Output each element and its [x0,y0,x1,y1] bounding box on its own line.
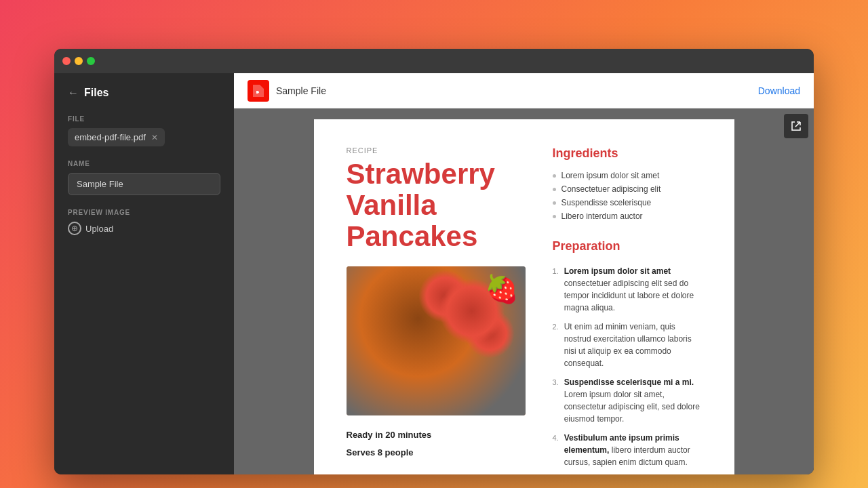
upload-icon: ⊕ [68,222,81,235]
file-section-label: FILE [68,115,220,123]
recipe-title-line1: Strawberry [347,158,495,190]
pdf-page: RECIPE Strawberry Vanilla Pancakes Ready… [314,119,734,474]
list-item: 1. Lorem ipsum dolor sit amet consectetu… [553,262,702,317]
preparation-list: 1. Lorem ipsum dolor sit amet consectetu… [553,262,702,474]
name-input[interactable] [68,173,220,195]
list-item: Suspendisse scelerisque [553,196,702,209]
recipe-image [347,266,526,415]
file-chip-remove[interactable]: ✕ [151,133,158,142]
recipe-title-line3: Pancakes [347,220,478,252]
upload-button[interactable]: ⊕ Upload [68,222,113,235]
ingredients-title: Ingredients [553,146,702,161]
sidebar: ← Files FILE embed-pdf-file.pdf ✕ NAME P… [54,73,234,474]
close-dot[interactable] [62,57,71,65]
ready-label: Ready in [347,430,383,440]
list-item: Consectetuer adipiscing elit [553,182,702,196]
list-item: 5. Phasellus vehicula nonummy nunc. Lore… [553,472,702,474]
list-item: Libero interdum auctor [553,209,702,223]
sidebar-title: Files [84,87,108,99]
file-chip-text: embed-pdf-file.pdf [75,132,146,142]
app-window: ← Files FILE embed-pdf-file.pdf ✕ NAME P… [54,49,814,474]
list-item: Lorem ipsum dolor sit amet [553,169,702,182]
name-section-label: NAME [68,160,220,167]
minimize-dot[interactable] [75,57,83,65]
back-button[interactable]: ← [68,87,79,99]
external-link-button[interactable] [784,114,808,138]
sidebar-header: ← Files [68,87,220,99]
ready-value: 20 minutes [385,430,431,440]
list-item: 4. Vestibulum ante ipsum primis elementu… [553,428,702,472]
upload-label: Upload [85,224,113,234]
file-chip: embed-pdf-file.pdf ✕ [68,128,165,146]
pdf-header: Sample File Download [234,73,814,108]
recipe-title-line2: Vanilla [347,189,437,221]
main-layout: ← Files FILE embed-pdf-file.pdf ✕ NAME P… [54,73,814,474]
serves-label: Serves [347,447,376,458]
maximize-dot[interactable] [87,57,95,65]
preparation-title: Preparation [553,239,702,253]
list-item: 3. Suspendisse scelerisque mi a mi. Lore… [553,373,702,428]
list-item: 2. Ut enim ad minim veniam, quis nostrud… [553,317,702,373]
preview-section-label: PREVIEW IMAGE [68,209,220,216]
recipe-left: RECIPE Strawberry Vanilla Pancakes Ready… [347,146,526,474]
traffic-lights [62,57,95,65]
recipe-title: Strawberry Vanilla Pancakes [347,159,526,253]
titlebar [54,49,814,73]
recipe-meta: Ready in 20 minutes Serves 8 people [347,426,526,462]
pdf-file-name: Sample File [276,85,326,96]
pdf-header-left: Sample File [248,80,326,102]
serves-value: 8 people [378,447,414,458]
recipe-right: Ingredients Lorem ipsum dolor sit amet C… [553,146,702,474]
download-button[interactable]: Download [758,85,800,96]
adobe-icon [248,80,269,102]
content-area: Sample File Download RECIPE [234,73,814,474]
recipe-layout: RECIPE Strawberry Vanilla Pancakes Ready… [347,146,702,474]
recipe-label: RECIPE [347,146,526,155]
ingredients-list: Lorem ipsum dolor sit amet Consectetuer … [553,169,702,223]
pdf-document-wrapper[interactable]: RECIPE Strawberry Vanilla Pancakes Ready… [234,108,814,474]
